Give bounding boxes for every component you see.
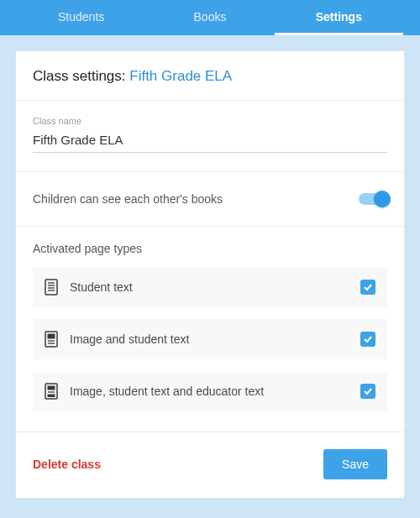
svg-rect-10: [48, 386, 55, 390]
page-types-section: Activated page types Student text Image …: [16, 227, 404, 432]
svg-rect-0: [45, 280, 57, 295]
header-class-name: Fifth Grade ELA: [129, 68, 232, 84]
page-type-row: Student text: [33, 267, 387, 307]
page-image-split-icon: [45, 383, 58, 400]
page-type-label: Image, student text and educator text: [70, 385, 349, 398]
class-name-input[interactable]: [33, 129, 387, 153]
header-prefix: Class settings:: [33, 68, 129, 84]
page-type-row: Image, student text and educator text: [33, 371, 387, 411]
page-image-lines-icon: [45, 331, 58, 348]
save-button[interactable]: Save: [323, 449, 387, 479]
class-name-label: Class name: [33, 116, 387, 126]
tab-students[interactable]: Students: [17, 0, 145, 35]
tab-books[interactable]: Books: [145, 0, 274, 35]
card-header: Class settings: Fifth Grade ELA: [16, 51, 404, 101]
page-type-label: Student text: [70, 280, 349, 294]
svg-rect-12: [48, 395, 55, 398]
class-name-section: Class name: [16, 101, 404, 172]
page-types-title: Activated page types: [33, 242, 387, 255]
page-type-checkbox[interactable]: [360, 332, 375, 347]
tab-bar: Students Books Settings: [0, 0, 420, 35]
page-type-checkbox[interactable]: [360, 280, 375, 295]
page-type-checkbox[interactable]: [360, 384, 375, 399]
visibility-toggle-row: Children can see each other's books: [16, 172, 404, 227]
toggle-knob: [374, 191, 391, 207]
settings-card: Class settings: Fifth Grade ELA Class na…: [15, 50, 405, 499]
visibility-toggle[interactable]: [359, 193, 387, 205]
page-lines-icon: [45, 279, 58, 296]
page-type-row: Image and student text: [33, 319, 387, 359]
tab-settings[interactable]: Settings: [275, 0, 403, 35]
page-type-label: Image and student text: [70, 332, 349, 346]
visibility-toggle-label: Children can see each other's books: [33, 192, 223, 206]
footer: Delete class Save: [16, 432, 404, 498]
svg-rect-6: [48, 334, 55, 339]
delete-class-button[interactable]: Delete class: [33, 458, 101, 471]
